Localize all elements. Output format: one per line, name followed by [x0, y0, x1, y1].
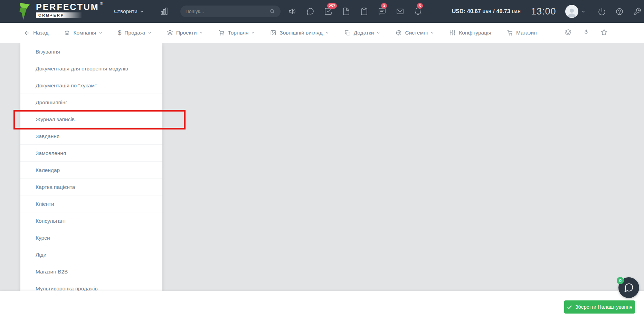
globe-icon [396, 30, 402, 36]
nav-label: Продажі [124, 30, 145, 36]
currency-rate: USD: 40.67 UAH / 40.73 UAH [452, 8, 521, 15]
menu-item-calendar[interactable]: Календар [20, 162, 162, 179]
app-root: PERFECTUM ® CRM+ERP Створити [0, 0, 644, 317]
menu-item-records-journal[interactable]: Журнал записів [20, 111, 162, 128]
save-settings-button[interactable]: Зберегти Налаштування [564, 300, 635, 314]
notifications-bell-icon[interactable]: 5 [414, 7, 422, 16]
dropdown-menu-panel: Візування Документація для створення мод… [20, 43, 162, 291]
nav-item-store[interactable]: Магазин [507, 30, 537, 36]
chat-unread-badge: 0 [617, 277, 624, 284]
logo-text: PERFECTUM ® CRM+ERP [36, 2, 103, 18]
help-icon[interactable] [615, 7, 624, 16]
shopping-cart-icon [507, 30, 513, 36]
menu-item-orders[interactable]: Замовлення [20, 145, 162, 162]
menu-item-tasks[interactable]: Завдання [20, 128, 162, 145]
building-icon [64, 30, 70, 36]
check-icon [567, 305, 572, 310]
sliders-icon [449, 30, 456, 36]
currency-unit: UAH [483, 10, 491, 14]
currency-separator: / [493, 8, 494, 15]
menu-item-consultant[interactable]: Консультант [20, 212, 162, 229]
power-icon[interactable] [598, 7, 606, 16]
chevron-down-icon [377, 31, 380, 35]
perfectum-logo[interactable]: PERFECTUM ® CRM+ERP [19, 2, 103, 21]
logo-mark-icon [19, 2, 32, 21]
nav-item-trade[interactable]: Торгівля [218, 30, 255, 36]
chevron-down-icon [581, 10, 585, 13]
menu-item-patient-card[interactable]: Картка пацієнта [20, 179, 162, 195]
layers-icon [167, 30, 173, 36]
menu-item-vizuvannia[interactable]: Візування [20, 43, 162, 60]
chevron-down-icon [430, 31, 434, 35]
menu-item-dropshipping[interactable]: Дропшиппінг [20, 94, 162, 111]
comments-icon[interactable]: 3 [378, 7, 386, 16]
avatar [565, 5, 578, 18]
wrench-icon[interactable] [633, 7, 641, 16]
mail-icon[interactable] [396, 7, 404, 16]
nav-item-system[interactable]: Системні [396, 30, 434, 36]
nav-label: Компанія [73, 30, 96, 36]
menu-item-hooks-docs[interactable]: Документація по "хукам" [20, 77, 162, 94]
tasks-icon[interactable]: 257 [324, 7, 332, 16]
currency-label: USD: [452, 8, 465, 15]
nav-item-projects[interactable]: Проекти [167, 30, 203, 36]
search-input[interactable] [186, 9, 269, 14]
user-menu[interactable] [565, 5, 585, 18]
dollar-icon: $ [118, 30, 121, 36]
chevron-down-icon [199, 31, 203, 35]
nav-label: Конфігурація [459, 30, 491, 36]
footer-strip [0, 291, 644, 317]
menu-item-leads[interactable]: Ліди [20, 246, 162, 263]
chat-bubble-icon[interactable] [306, 7, 314, 16]
star-icon[interactable] [600, 29, 609, 37]
bar-chart-icon[interactable] [160, 7, 169, 16]
nav-item-addons[interactable]: Додатки [344, 30, 380, 36]
image-icon [270, 30, 276, 36]
create-button[interactable]: Створити [114, 8, 144, 15]
chat-launcher-button[interactable]: 0 [618, 277, 639, 298]
chevron-down-icon [251, 31, 255, 35]
navbar-right-icons [565, 29, 644, 37]
back-label: Назад [33, 30, 48, 36]
back-button[interactable]: Назад [23, 30, 48, 36]
flame-icon[interactable] [583, 29, 591, 37]
clock: 13:00 [531, 6, 556, 17]
volume-icon[interactable] [288, 7, 296, 16]
chevron-down-icon [148, 31, 151, 35]
chevron-down-icon [140, 10, 144, 13]
notifications-badge: 5 [417, 3, 423, 9]
comments-badge: 3 [381, 3, 387, 9]
clipboard-icon[interactable] [360, 7, 368, 16]
nav-label: Додатки [354, 30, 374, 36]
chevron-down-icon [325, 31, 329, 35]
currency-sell: 40.73 [496, 8, 510, 15]
menu-item-clients[interactable]: Клієнти [20, 195, 162, 212]
nav-label: Проекти [176, 30, 197, 36]
nav-item-company[interactable]: Компанія [64, 30, 102, 36]
menu-item-b2b-store[interactable]: Магазин B2B [20, 263, 162, 280]
currency-unit: UAH [512, 10, 521, 14]
create-label: Створити [114, 8, 138, 15]
arrow-left-icon [23, 30, 30, 36]
save-settings-label: Зберегти Налаштування [575, 304, 632, 310]
currency-buy: 40.67 [467, 8, 481, 15]
navbar: Назад Компанія $ Продажі Проекти Тор [0, 23, 644, 43]
global-search [180, 6, 281, 17]
chevron-down-icon [99, 31, 102, 35]
nav-label: Системні [405, 30, 428, 36]
nav-item-sales[interactable]: $ Продажі [118, 30, 151, 36]
nav-label: Торгівля [228, 30, 248, 36]
copy-icon [344, 30, 351, 36]
menu-item-multifunnel[interactable]: Мультиворонка продажів [20, 280, 162, 291]
chat-bubble-icon [624, 282, 634, 293]
document-icon[interactable] [342, 7, 350, 16]
system-icon-group [598, 7, 641, 16]
nav-item-appearance[interactable]: Зовнішній вигляд [270, 30, 329, 36]
menu-item-module-docs[interactable]: Документація для створення модулів [20, 60, 162, 77]
menu-item-courses[interactable]: Курси [20, 229, 162, 246]
shopping-cart-icon [218, 30, 225, 36]
layers-icon[interactable] [565, 29, 573, 37]
nav-item-configuration[interactable]: Конфігурація [449, 30, 491, 36]
brand-name: PERFECTUM [36, 2, 99, 12]
search-icon[interactable] [269, 8, 275, 15]
